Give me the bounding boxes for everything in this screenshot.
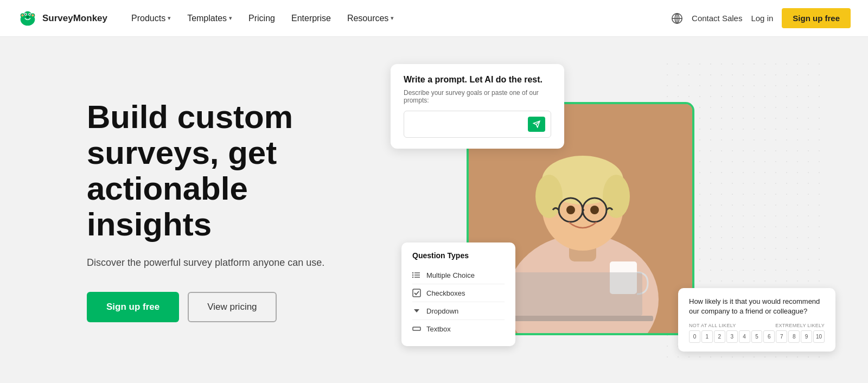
svg-point-28 [566, 206, 575, 214]
svg-marker-40 [414, 309, 419, 312]
nav-resources[interactable]: Resources ▾ [341, 9, 400, 28]
send-icon [533, 120, 540, 128]
qtype-checkboxes[interactable]: Checkboxes [412, 284, 505, 302]
hero-buttons: Sign up free View pricing [87, 292, 369, 322]
nps-number-5[interactable]: 5 [751, 330, 763, 343]
nps-number-7[interactable]: 7 [776, 330, 787, 343]
nps-number-4[interactable]: 4 [739, 330, 750, 343]
hero-section: Build custom surveys, get actionable ins… [0, 37, 868, 383]
nps-number-2[interactable]: 2 [714, 330, 725, 343]
products-chevron-icon: ▾ [168, 15, 171, 22]
nps-number-8[interactable]: 8 [788, 330, 800, 343]
nav-signup-button[interactable]: Sign up free [782, 8, 851, 28]
checkbox-icon [412, 289, 421, 297]
login-link[interactable]: Log in [751, 14, 773, 23]
hero-left: Build custom surveys, get actionable ins… [87, 99, 369, 322]
nps-number-10[interactable]: 10 [813, 330, 825, 343]
ai-prompt-input[interactable] [410, 120, 528, 129]
nav-pricing[interactable]: Pricing [242, 9, 282, 28]
nav-products[interactable]: Products ▾ [125, 9, 177, 28]
logo-text: SurveyMonkey [42, 13, 107, 24]
qtypes-title: Question Types [412, 251, 505, 260]
hero-signup-button[interactable]: Sign up free [87, 292, 179, 322]
qtype-dropdown[interactable]: Dropdown [412, 302, 505, 320]
nav-templates[interactable]: Templates ▾ [181, 9, 239, 28]
logo-link[interactable]: SurveyMonkey [17, 8, 107, 29]
logo-icon [17, 8, 38, 29]
ai-input-wrapper [404, 111, 551, 138]
nps-number-6[interactable]: 6 [763, 330, 775, 343]
nav-links: Products ▾ Templates ▾ Pricing Enterpris… [125, 9, 671, 28]
svg-point-5 [29, 14, 30, 15]
qtype-multiple-choice[interactable]: Multiple Choice [412, 266, 505, 284]
navbar: SurveyMonkey Products ▾ Templates ▾ Pric… [0, 0, 868, 37]
question-types-card: Question Types Multiple Choice Checkbox [401, 242, 515, 346]
ai-prompt-card: Write a prompt. Let AI do the rest. Desc… [391, 64, 564, 149]
nav-enterprise[interactable]: Enterprise [285, 9, 337, 28]
hero-heading: Build custom surveys, get actionable ins… [87, 99, 369, 242]
list-icon [412, 271, 421, 279]
svg-point-8 [21, 14, 23, 16]
globe-icon[interactable] [671, 12, 683, 24]
hero-right: Write a prompt. Let AI do the rest. Desc… [391, 59, 825, 362]
qtype-tb-label: Textbox [426, 325, 451, 333]
nav-right: Contact Sales Log in Sign up free [671, 8, 851, 28]
hero-pricing-button[interactable]: View pricing [188, 292, 276, 322]
svg-rect-39 [413, 289, 420, 297]
nps-scale: Not at all likely Extremely likely 01234… [689, 323, 825, 343]
svg-rect-41 [413, 327, 420, 330]
nps-number-0[interactable]: 0 [689, 330, 700, 343]
nps-numbers: 012345678910 [689, 330, 825, 343]
svg-point-29 [590, 206, 599, 214]
nps-number-3[interactable]: 3 [726, 330, 738, 343]
nps-question: How likely is it that you would recommen… [689, 297, 825, 316]
dropdown-icon [412, 307, 421, 315]
nps-number-9[interactable]: 9 [801, 330, 812, 343]
qtype-textbox[interactable]: Textbox [412, 320, 505, 337]
textbox-icon [412, 324, 421, 333]
nps-label-left: Not at all likely [689, 323, 736, 328]
templates-chevron-icon: ▾ [229, 15, 232, 22]
qtype-dd-label: Dropdown [426, 307, 458, 315]
hero-subheading: Discover the powerful survey platform an… [87, 256, 369, 270]
nps-card: How likely is it that you would recommen… [678, 288, 835, 352]
nps-number-1[interactable]: 1 [701, 330, 713, 343]
qtype-mc-label: Multiple Choice [426, 271, 475, 279]
qtype-cb-label: Checkboxes [426, 289, 465, 297]
resources-chevron-icon: ▾ [391, 15, 394, 22]
svg-point-10 [26, 16, 29, 18]
ai-send-button[interactable] [528, 117, 545, 132]
svg-rect-32 [512, 272, 642, 316]
svg-point-4 [25, 14, 26, 15]
ai-card-subtitle: Describe your survey goals or paste one … [404, 89, 551, 104]
nps-label-right: Extremely likely [775, 323, 825, 328]
svg-rect-31 [501, 316, 653, 321]
ai-card-title: Write a prompt. Let AI do the rest. [404, 75, 551, 85]
contact-sales-link[interactable]: Contact Sales [692, 14, 742, 23]
svg-point-9 [31, 14, 34, 16]
nps-labels: Not at all likely Extremely likely [689, 323, 825, 328]
